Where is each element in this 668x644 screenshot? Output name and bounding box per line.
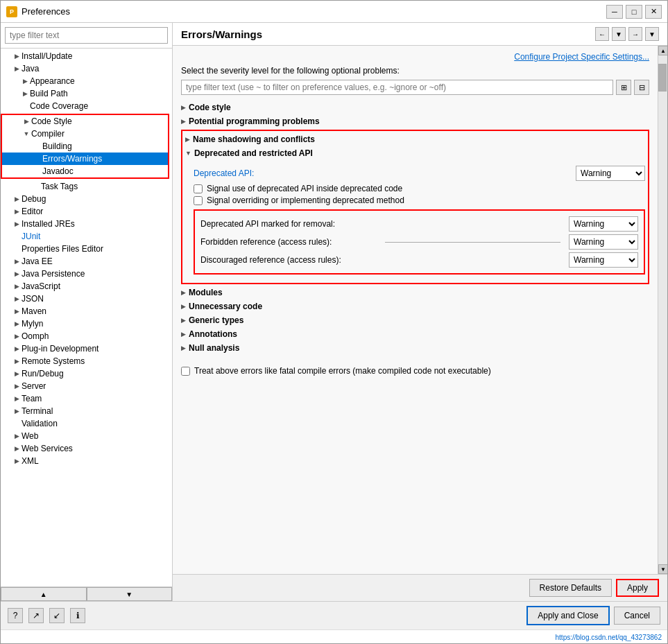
cancel-button[interactable]: Cancel xyxy=(614,607,660,625)
sidebar-item-task-tags[interactable]: Task Tags xyxy=(1,180,172,193)
sidebar-item-junit[interactable]: JUnit xyxy=(1,230,172,243)
sidebar-item-code-coverage[interactable]: Code Coverage xyxy=(1,100,172,112)
sidebar-item-label: Javadoc xyxy=(42,166,74,176)
sidebar-item-java[interactable]: ▶ Java xyxy=(1,62,172,75)
sidebar-item-java-persistence[interactable]: ▶ Java Persistence xyxy=(1,268,172,280)
left-panel: ▶ Install/Update ▶ Java ▶ Appearance xyxy=(1,23,173,601)
sidebar-item-web-services[interactable]: ▶ Web Services xyxy=(1,442,172,455)
sidebar-item-label: Run/Debug xyxy=(22,369,64,378)
sidebar-item-debug[interactable]: ▶ Debug xyxy=(1,193,172,205)
nav-forward-button[interactable]: → xyxy=(628,27,642,41)
content-filter-row: ⊞ ⊟ xyxy=(181,80,649,95)
sidebar-item-oomph[interactable]: ▶ Oomph xyxy=(1,330,172,342)
configure-project-link[interactable]: Configure Project Specific Settings... xyxy=(514,52,649,62)
sidebar-item-terminal[interactable]: ▶ Terminal xyxy=(1,405,172,417)
section-header-name-shadowing[interactable]: ▶ Name shadowing and conflicts xyxy=(185,132,645,146)
sidebar-item-run-debug[interactable]: ▶ Run/Debug xyxy=(1,367,172,380)
sidebar-item-errors-warnings[interactable]: Errors/Warnings xyxy=(2,153,168,165)
chevron-right-icon: ▶ xyxy=(12,295,22,302)
sidebar-item-editor[interactable]: ▶ Editor xyxy=(1,205,172,218)
sidebar-item-xml[interactable]: ▶ XML xyxy=(1,455,172,467)
sidebar-item-appearance[interactable]: ▶ Appearance xyxy=(1,75,172,87)
section-label: Modules xyxy=(189,288,223,297)
filter-input[interactable] xyxy=(5,27,168,44)
signal-deprecated-label: Signal use of deprecated API inside depr… xyxy=(207,184,402,193)
import-button[interactable]: ↙ xyxy=(49,608,65,623)
sidebar-item-installed-jres[interactable]: ▶ Installed JREs xyxy=(1,218,172,230)
chevron-right-icon: ▶ xyxy=(12,65,22,72)
sidebar-item-label: Java xyxy=(22,64,39,73)
nav-forward-dropdown-button[interactable]: ▼ xyxy=(645,27,659,41)
chevron-right-icon: ▶ xyxy=(12,208,22,215)
section-label: Potential programming problems xyxy=(189,116,320,126)
sidebar-item-compiler[interactable]: ▼ Compiler xyxy=(2,128,168,140)
close-button[interactable]: ✕ xyxy=(645,5,662,19)
fatal-errors-checkbox[interactable] xyxy=(181,367,190,376)
sidebar-item-web[interactable]: ▶ Web xyxy=(1,430,172,442)
sidebar-item-code-style[interactable]: ▶ Code Style xyxy=(2,115,168,128)
window-controls: ─ □ ✕ xyxy=(606,5,662,19)
sidebar-item-label: Properties Files Editor xyxy=(22,244,103,254)
chevron-right-icon: ▶ xyxy=(181,118,186,125)
chevron-right-icon: ▶ xyxy=(12,195,22,202)
chevron-right-icon: ▶ xyxy=(12,395,22,402)
fatal-errors-row: Treat above errors like fatal compile er… xyxy=(181,366,649,376)
scroll-down-icon[interactable]: ▼ xyxy=(658,564,667,574)
sidebar-item-validation[interactable]: Validation xyxy=(1,417,172,430)
chevron-down-icon: ▼ xyxy=(22,130,31,137)
minimize-button[interactable]: ─ xyxy=(606,5,623,19)
sidebar-item-team[interactable]: ▶ Team xyxy=(1,392,172,405)
apply-close-button[interactable]: Apply and Close xyxy=(526,606,609,625)
deprecated-removal-select[interactable]: Ignore Info Warning Error xyxy=(569,216,638,232)
scroll-up-button[interactable]: ▲ xyxy=(1,587,87,601)
scroll-up-icon[interactable]: ▲ xyxy=(658,46,667,55)
section-header-generic-types[interactable]: ▶ Generic types xyxy=(181,313,649,327)
sidebar-item-json[interactable]: ▶ JSON xyxy=(1,293,172,305)
deprecated-removal-row: Deprecated API marked for removal: Ignor… xyxy=(200,216,638,232)
section-label: Deprecated and restricted API xyxy=(194,148,313,158)
sidebar-item-javadoc[interactable]: Javadoc xyxy=(2,165,168,177)
section-header-potential-problems[interactable]: ▶ Potential programming problems xyxy=(181,114,649,128)
sidebar-item-remote-systems[interactable]: ▶ Remote Systems xyxy=(1,355,172,367)
filter-expand-button[interactable]: ⊞ xyxy=(616,80,631,95)
page-title: Errors/Warnings xyxy=(181,28,595,40)
forbidden-reference-select[interactable]: Ignore Info Warning Error xyxy=(569,234,638,250)
apply-button[interactable]: Apply xyxy=(616,579,659,597)
restore-defaults-button[interactable]: Restore Defaults xyxy=(529,579,612,597)
sidebar-item-mylyn[interactable]: ▶ Mylyn xyxy=(1,317,172,330)
discouraged-reference-row: Discouraged reference (access rules): Ig… xyxy=(200,252,638,268)
sidebar-item-build-path[interactable]: ▶ Build Path xyxy=(1,87,172,100)
info-button[interactable]: ℹ xyxy=(70,608,85,623)
nav-back-button[interactable]: ← xyxy=(595,27,609,41)
section-header-annotations[interactable]: ▶ Annotations xyxy=(181,327,649,341)
sidebar-item-plugin-development[interactable]: ▶ Plug-in Development xyxy=(1,342,172,355)
nav-dropdown-button[interactable]: ▼ xyxy=(612,27,626,41)
signal-deprecated-checkbox[interactable] xyxy=(194,184,203,193)
discouraged-reference-select[interactable]: Ignore Info Warning Error xyxy=(569,252,638,268)
deprecated-api-select[interactable]: Ignore Info Warning Error xyxy=(576,166,645,181)
sidebar-item-building[interactable]: Building xyxy=(2,140,168,153)
sidebar-item-server[interactable]: ▶ Server xyxy=(1,380,172,392)
sidebar-item-maven[interactable]: ▶ Maven xyxy=(1,305,172,317)
section-header-null-analysis[interactable]: ▶ Null analysis xyxy=(181,341,649,355)
maximize-button[interactable]: □ xyxy=(626,5,642,19)
section-header-unnecessary-code[interactable]: ▶ Unnecessary code xyxy=(181,299,649,313)
chevron-right-icon: ▶ xyxy=(20,78,30,85)
chevron-right-icon: ▶ xyxy=(181,345,186,351)
section-header-modules[interactable]: ▶ Modules xyxy=(181,286,649,299)
sidebar-item-javascript[interactable]: ▶ JavaScript xyxy=(1,280,172,293)
sidebar-item-install-update[interactable]: ▶ Install/Update xyxy=(1,50,172,62)
export-button[interactable]: ↗ xyxy=(28,608,44,623)
section-header-code-style[interactable]: ▶ Code style xyxy=(181,101,649,114)
sidebar-item-label: JavaScript xyxy=(22,281,60,291)
scroll-thumb[interactable] xyxy=(658,64,667,92)
filter-collapse-button[interactable]: ⊟ xyxy=(634,80,649,95)
signal-overriding-checkbox[interactable] xyxy=(194,196,203,205)
sidebar-item-java-ee[interactable]: ▶ Java EE xyxy=(1,255,172,268)
content-filter-input[interactable] xyxy=(181,80,613,95)
scroll-down-button[interactable]: ▼ xyxy=(87,587,173,601)
section-label: Code style xyxy=(189,103,231,112)
section-header-deprecated-api[interactable]: ▼ Deprecated and restricted API xyxy=(185,146,645,160)
help-button[interactable]: ? xyxy=(8,608,23,623)
sidebar-item-properties-files-editor[interactable]: Properties Files Editor xyxy=(1,243,172,255)
